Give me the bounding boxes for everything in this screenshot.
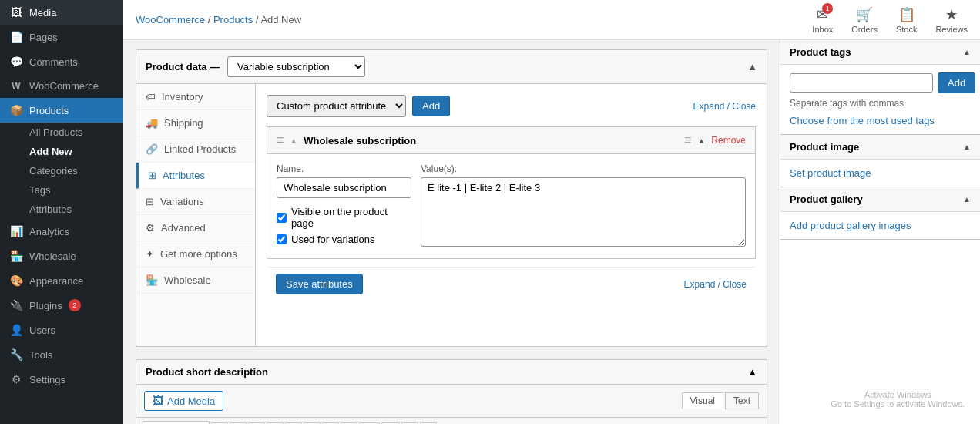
product-data-header: Product data — Variable subscription Sim… [136,50,767,84]
breadcrumb-woocommerce[interactable]: WooCommerce [136,14,205,25]
tab-variations[interactable]: ⊟ Variations [136,189,255,215]
sidebar-item-media[interactable]: 🖼 Media [0,0,123,25]
attr-row-header-icons: ≡ ▲ Remove [684,133,746,147]
tags-hint: Separate tags with commas [790,98,971,109]
sidebar-sub-categories[interactable]: Categories [0,161,123,180]
set-product-image-link[interactable]: Set product image [790,167,871,179]
collapse-attr-icon[interactable]: ▲ [697,136,705,145]
image-collapse-icon: ▲ [963,143,971,151]
main-area: WooCommerce / Products / Add New ✉ 1 Inb… [123,0,980,424]
products-icon: 📦 [9,104,23,116]
breadcrumb-current: Add New [260,14,301,25]
sidebar-item-woocommerce[interactable]: W WooCommerce [0,74,123,98]
variations-checkbox[interactable] [277,234,287,244]
topbar-icons: ✉ 1 Inbox 🛒 Orders 📋 Stock ★ Reviews [812,6,968,34]
sidebar-item-wholesale[interactable]: 🏪 Wholesale [0,244,123,268]
tab-wholesale[interactable]: 🏪 Wholesale [136,268,255,294]
tab-shipping[interactable]: 🚚 Shipping [136,110,255,136]
pages-icon: 📄 [9,31,23,43]
tags-collapse-icon: ▲ [963,48,971,56]
product-data-header-left: Product data — Variable subscription Sim… [146,56,365,77]
tab-get-more-options[interactable]: ✦ Get more options [136,241,255,268]
attribute-type-select[interactable]: Custom product attribute [267,95,406,117]
topbar-inbox[interactable]: ✉ 1 Inbox [812,6,833,34]
add-attribute-button[interactable]: Add [412,96,450,116]
remove-attribute-button[interactable]: Remove [711,135,746,146]
reorder-icon[interactable]: ≡ [684,133,691,147]
product-data-collapse-icon[interactable]: ▲ [747,61,757,72]
tab-attributes[interactable]: ⊞ Attributes [136,163,255,189]
tab-linked-products[interactable]: 🔗 Linked Products [136,136,255,163]
product-data-title: Product data — [146,61,220,72]
shipping-tab-icon: 🚚 [146,117,158,129]
expand-close-top[interactable]: Expand / Close [693,101,756,112]
product-image-box: Product image ▲ Set product image [780,135,980,187]
product-tags-header[interactable]: Product tags ▲ [780,40,980,65]
attribute-row-header: ≡ ▲ Wholesale subscription ≡ ▲ Remove [267,127,755,154]
tab-advanced[interactable]: ⚙ Advanced [136,215,255,241]
attributes-tab-content: Custom product attribute Add Expand / Cl… [256,84,767,346]
tag-input[interactable] [790,73,933,93]
visual-tab[interactable]: Visual [682,392,723,409]
sidebar-item-products[interactable]: 📦 Products [0,98,123,123]
sidebar-sub-tags[interactable]: Tags [0,180,123,200]
breadcrumb: WooCommerce / Products / Add New [136,14,301,25]
sidebar-item-plugins[interactable]: 🔌 Plugins 2 [0,293,123,318]
drag-handle-icon[interactable]: ≡ [277,133,284,147]
short-description-box: Product short description ▲ 🖼 Add Media … [136,359,767,424]
sidebar: 🖼 Media 📄 Pages 💬 Comments W WooCommerce… [0,0,123,424]
product-gallery-header[interactable]: Product gallery ▲ [780,187,980,212]
name-label: Name: [277,163,411,174]
sidebar-item-users[interactable]: 👤 Users [0,318,123,342]
product-gallery-body: Add product gallery images [780,212,980,239]
choose-tags-link[interactable]: Choose from the most used tags [790,115,935,126]
sidebar-item-appearance[interactable]: 🎨 Appearance [0,268,123,293]
paragraph-select[interactable]: Paragraph [143,421,210,424]
product-type-select[interactable]: Variable subscription Simple product Gro… [227,56,365,77]
gallery-collapse-icon: ▲ [963,195,971,204]
inventory-tab-icon: 🏷 [146,91,156,103]
topbar-reviews[interactable]: ★ Reviews [935,6,968,34]
topbar-stock[interactable]: 📋 Stock [896,6,918,34]
product-data-box: Product data — Variable subscription Sim… [136,49,767,347]
sidebar-sub-all-products[interactable]: All Products [0,123,123,142]
sidebar-item-settings[interactable]: ⚙ Settings [0,367,123,392]
tab-inventory[interactable]: 🏷 Inventory [136,84,255,110]
add-tag-button[interactable]: Add [938,72,975,93]
get-more-tab-icon: ✦ [146,248,154,260]
sidebar-item-pages[interactable]: 📄 Pages [0,25,123,49]
attr-name-col: Name: Visible on the product page [277,163,411,249]
sidebar-item-analytics[interactable]: 📊 Analytics [0,219,123,244]
add-media-button[interactable]: 🖼 Add Media [144,391,223,411]
editor-format-bar: Paragraph B I ≡ ≡ " ≡ ≡ ≡ 🔗 — ⤡ ⊞ [136,418,767,424]
plugins-badge: 2 [69,299,81,311]
topbar-orders[interactable]: 🛒 Orders [851,6,878,34]
variations-checkbox-row[interactable]: Used for variations [277,234,411,245]
attribute-row-title: Wholesale subscription [304,135,416,146]
attribute-values-textarea[interactable]: E lite -1 | E-lite 2 | E-lite 3 [421,177,746,247]
add-gallery-images-link[interactable]: Add product gallery images [790,220,911,231]
breadcrumb-products[interactable]: Products [213,14,253,25]
product-tags-box: Product tags ▲ Add Separate tags with co… [780,40,980,135]
visible-checkbox[interactable] [277,213,287,223]
orders-icon: 🛒 [856,6,873,23]
attr-top-bar-left: Custom product attribute Add [267,95,450,117]
short-description-header[interactable]: Product short description ▲ [136,360,767,385]
wholesale-tab-icon: 🏪 [146,274,158,286]
sidebar-sub-add-new[interactable]: Add New [0,142,123,161]
wholesale-icon: 🏪 [9,250,23,262]
attribute-name-input[interactable] [277,177,411,198]
reviews-icon: ★ [945,6,958,23]
short-description-collapse-icon: ▲ [747,366,757,378]
sidebar-sub-attributes[interactable]: Attributes [0,200,123,219]
save-attributes-button[interactable]: Save attributes [276,274,363,294]
linked-products-tab-icon: 🔗 [146,143,158,155]
expand-close-bottom[interactable]: Expand / Close [684,279,747,290]
product-image-header[interactable]: Product image ▲ [780,135,980,160]
sidebar-item-tools[interactable]: 🔧 Tools [0,342,123,367]
text-tab[interactable]: Text [725,392,759,409]
right-sidebar: Product tags ▲ Add Separate tags with co… [780,40,980,424]
sidebar-item-comments[interactable]: 💬 Comments [0,49,123,74]
visible-checkbox-row[interactable]: Visible on the product page [277,206,411,229]
product-gallery-box: Product gallery ▲ Add product gallery im… [780,187,980,240]
